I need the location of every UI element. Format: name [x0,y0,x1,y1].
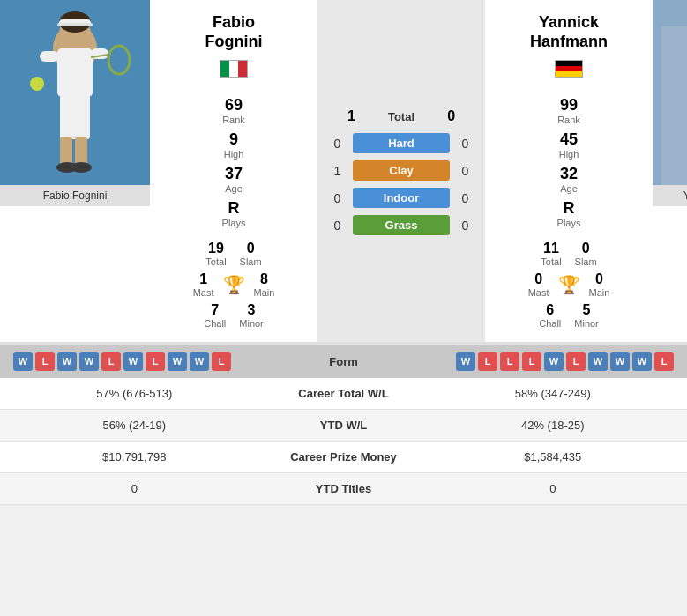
left-age: 37 Age [225,165,243,194]
form-right: WLLLWLWWWL [401,352,675,371]
left-total: 19 Total [205,241,226,267]
left-player-name-below: Fabio Fognini [0,185,150,206]
h2h-clay-row: 1 Clay 0 [326,160,476,181]
right-age: 32 Age [560,165,578,194]
svg-rect-7 [40,51,59,62]
left-form-badge-9: L [212,352,231,371]
right-mast: 0 Mast [528,271,549,298]
left-trophy-icon: 🏆 [223,274,245,295]
right-main: 0 Main [589,271,610,298]
right-trophy-icon: 🏆 [558,274,580,295]
left-form-badge-7: W [168,352,187,371]
right-rank: 99 Rank [557,96,580,125]
svg-rect-19 [661,26,687,185]
stats-cell-center-1: YTD W/L [256,419,432,432]
svg-rect-11 [60,95,90,139]
left-form-badge-0: W [13,352,33,371]
h2h-grass-row: 0 Grass 0 [326,215,476,235]
right-plays: R Plays [557,199,581,228]
stats-cell-left-3: 0 [13,482,256,495]
stats-row-0: 57% (676-513)Career Total W/L58% (347-24… [0,378,687,410]
left-player-photo: Fabio Fognini [0,0,150,342]
left-rank: 69 Rank [222,96,245,125]
stats-cell-right-2: $1,584,435 [432,450,675,464]
stats-row-3: 0YTD Titles0 [0,473,687,505]
main-container: Fabio Fognini Fabio Fognini 69 Rank [0,0,687,505]
form-left: WLWWLWLWWL [13,352,287,371]
svg-point-16 [30,77,44,91]
left-form-badge-6: L [146,352,165,371]
stats-row-1: 56% (24-19)YTD W/L42% (18-25) [0,410,687,442]
right-form-badge-3: L [522,352,541,371]
left-form-badge-8: W [190,352,209,371]
form-section: WLWWLWLWWL Form WLLLWLWWWL [0,345,687,378]
right-form-badge-0: W [456,352,475,371]
left-form-badge-5: W [123,352,143,371]
h2h-total-row: 1 Total 0 [326,108,476,124]
right-form-badge-8: W [632,352,652,371]
comparison-section: Fabio Fognini Fabio Fognini 69 Rank [0,0,687,345]
right-form-badge-4: W [544,352,564,371]
right-player-name-below: Yannick Hanfmann [653,185,687,206]
form-label: Form [287,355,401,368]
left-form-badge-1: L [35,352,55,371]
h2h-panel: 1 Total 0 0 Hard 0 1 Clay 0 0 Indoor 0 [317,0,485,342]
left-mast: 1 Mast [193,271,214,298]
right-player-stats: Yannick Hanfmann 99 Rank 45 [485,0,653,342]
left-form-badge-4: L [101,352,121,371]
left-minor: 3 Minor [239,302,264,329]
stats-cell-center-0: Career Total W/L [256,387,432,400]
right-form-badge-6: W [588,352,608,371]
h2h-indoor-row: 0 Indoor 0 [326,188,476,208]
right-flag [555,60,583,78]
stats-cell-center-2: Career Prize Money [256,450,432,464]
svg-rect-5 [57,23,93,26]
left-high: 9 High [224,130,244,160]
right-player-photo: Yannick Hanfmann [653,0,687,342]
stats-cell-right-0: 58% (347-249) [432,387,675,400]
stats-cell-left-1: 56% (24-19) [13,419,256,432]
h2h-hard-row: 0 Hard 0 [326,133,476,153]
left-form-badge-3: W [79,352,99,371]
right-form-badge-7: W [610,352,630,371]
right-minor: 5 Minor [574,302,599,329]
right-form-badge-1: L [478,352,497,371]
left-slam: 0 Slam [240,241,262,267]
left-flag [220,60,248,78]
left-plays: R Plays [222,199,246,228]
stats-cell-center-3: YTD Titles [256,482,432,495]
svg-point-15 [71,162,92,173]
stats-cell-right-1: 42% (18-25) [432,419,675,432]
right-player-name: Yannick Hanfmann [530,13,608,51]
right-total: 11 Total [541,241,561,267]
svg-rect-6 [57,48,93,97]
right-slam: 0 Slam [575,241,597,267]
right-form-badge-9: L [654,352,674,371]
right-chall: 6 Chall [539,302,561,329]
left-chall: 7 Chall [204,302,226,329]
stats-row-2: $10,791,798Career Prize Money$1,584,435 [0,442,687,473]
left-player-name: Fabio Fognini [205,13,263,51]
left-player-stats: Fabio Fognini 69 Rank 9 [150,0,317,342]
stats-cell-right-3: 0 [432,482,675,495]
stats-cell-left-0: 57% (676-513) [13,387,256,400]
right-form-badge-5: L [566,352,586,371]
left-form-badge-2: W [57,352,77,371]
stats-table: 57% (676-513)Career Total W/L58% (347-24… [0,378,687,505]
stats-cell-left-2: $10,791,798 [13,450,256,464]
right-form-badge-2: L [500,352,519,371]
left-main: 8 Main [254,271,275,298]
right-high: 45 High [559,130,579,160]
